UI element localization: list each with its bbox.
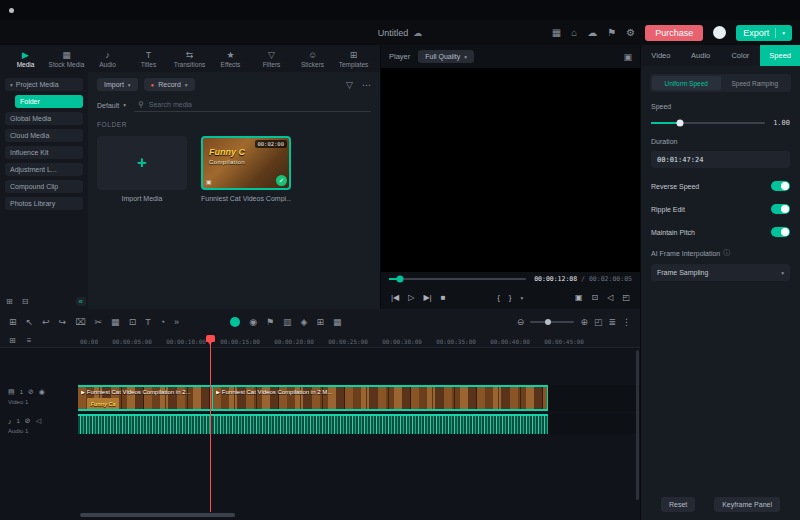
quality-dropdown[interactable]: Full Quality ▾ [418,50,474,63]
playhead-handle[interactable] [206,335,215,342]
track-manager-icon[interactable]: ⊞ [9,317,17,327]
delete-icon[interactable]: ⌧ [75,317,85,327]
zoom-slider[interactable] [530,321,574,323]
new-folder-icon[interactable]: ⊞ [6,297,13,306]
sidebar-item-photos-library[interactable]: Photos Library [5,197,83,210]
tab-speed[interactable]: Speed [760,45,800,66]
sidebar-item-compound-clip[interactable]: Compound Clip [5,180,83,193]
add-track-icon[interactable]: ⊞ [9,336,16,345]
fullscreen-icon[interactable]: ◰ [622,293,630,302]
lock-icon[interactable]: ⊘ [25,417,31,425]
crop-icon[interactable]: ⊡ [592,293,599,302]
import-button[interactable]: Import ▾ [97,78,138,91]
video-preview[interactable] [381,68,640,272]
horizontal-scrollbar[interactable] [80,513,235,517]
device-icon[interactable]: ⌂ [571,27,577,38]
tab-stock-media[interactable]: ▦ Stock Media [46,50,87,68]
notification-icon[interactable]: ⚑ [607,27,616,38]
tab-transitions[interactable]: ⇆ Transitions [169,50,210,68]
mark-out-icon[interactable]: } [509,293,512,302]
avatar[interactable] [713,26,726,39]
audio-clip-1[interactable] [78,414,212,434]
split-screen-icon[interactable]: ▥ [283,317,292,327]
chroma-key-icon[interactable]: ⊞ [317,317,325,327]
tab-effects[interactable]: ★ Effects [210,50,251,68]
speed-ramping-tab[interactable]: Speed Ramping [721,76,790,90]
timeline-ruler[interactable]: ⊞ ≡ 00:00 00:00:05:00 00:00:10:00 00:00:… [0,334,640,348]
preview-mode-icon[interactable]: ▣ [623,52,632,62]
zoom-in-icon[interactable]: ⊕ [580,317,588,327]
settings-icon[interactable]: ⚙ [626,27,635,38]
sidebar-item-adjustment-layer[interactable]: Adjustment L... [5,163,83,176]
record-button[interactable]: ● Record ▾ [144,78,195,91]
ai-interpolation-dropdown[interactable]: Frame Sampling ▾ [651,264,790,281]
import-media-tile[interactable]: + Import Media [97,136,187,202]
tab-filters[interactable]: ▽ Filters [251,50,292,68]
seek-handle[interactable] [396,276,403,283]
filter-icon[interactable]: ▽ [346,80,353,90]
chevron-down-icon[interactable]: ▾ [521,295,524,301]
ripple-edit-toggle[interactable] [771,204,790,214]
cloud-icon[interactable]: ☁ [587,27,597,38]
delete-folder-icon[interactable]: ⊟ [22,297,29,306]
sidebar-item-global-media[interactable]: Global Media [5,112,83,125]
tab-titles[interactable]: T Titles [128,50,169,68]
pointer-tool-icon[interactable]: ↖ [26,317,34,327]
sort-dropdown[interactable]: Default ▾ [97,102,126,109]
redo-icon[interactable]: ↪ [59,317,67,327]
tab-media[interactable]: ▶ Media [5,50,46,68]
sidebar-item-cloud-media[interactable]: Cloud Media [5,129,83,142]
snapshot-icon[interactable]: ▣ [575,293,583,302]
crop-tool-icon[interactable]: ⊡ [129,317,137,327]
clip-thumbnail[interactable]: Funny C Compilation 00:02:00 ▣ ✓ [201,136,291,190]
seek-bar[interactable] [389,278,526,280]
import-media-dropzone[interactable]: + [97,136,187,190]
lock-icon[interactable]: ⊘ [28,388,34,396]
marker-icon[interactable]: ⚑ [266,317,274,327]
tab-color[interactable]: Color [721,45,761,66]
text-tool-icon[interactable]: T [145,317,151,327]
volume-icon[interactable]: ◁ [607,293,613,302]
export-button[interactable]: Export ▾ [736,25,792,41]
mark-in-icon[interactable]: { [497,293,500,302]
tab-stickers[interactable]: ☺ Stickers [292,50,333,68]
cloud-sync-icon[interactable]: ☁ [413,28,422,38]
speed-slider[interactable] [651,122,765,124]
more-vertical-icon[interactable]: ⋮ [622,317,631,327]
stop-icon[interactable]: ■ [441,293,446,302]
tab-video[interactable]: Video [641,45,681,66]
detach-icon[interactable]: ▦ [111,317,120,327]
fit-timeline-icon[interactable]: ◰ [594,317,603,327]
sidebar-item-project-media[interactable]: ▾ Project Media [5,78,83,91]
maintain-pitch-toggle[interactable] [771,227,790,237]
collapse-sidebar-icon[interactable]: « [76,297,86,306]
mic-icon[interactable]: ◉ [249,317,257,327]
eye-icon[interactable]: ◉ [39,388,45,396]
layout-icon[interactable]: ▦ [552,27,561,38]
more-options-icon[interactable]: ⋯ [362,80,371,90]
reset-button[interactable]: Reset [661,497,695,512]
undo-icon[interactable]: ↩ [42,317,50,327]
playhead[interactable] [210,335,211,512]
media-clip-tile[interactable]: Funny C Compilation 00:02:00 ▣ ✓ Funnies… [201,136,291,202]
grid-view-icon[interactable]: ▦ [333,317,342,327]
speed-slider-handle[interactable] [676,120,683,127]
chevron-down-icon[interactable]: ▾ [782,30,785,36]
split-icon[interactable]: ✂ [95,317,103,327]
play-icon[interactable]: ▷ [408,293,414,302]
next-frame-icon[interactable]: ▶| [423,293,431,302]
tab-templates[interactable]: ⊞ Templates [333,50,374,68]
window-control-dot[interactable] [9,8,14,13]
tab-audio[interactable]: ♪ Audio [87,50,128,68]
vertical-scrollbar[interactable] [636,350,639,500]
zoom-out-icon[interactable]: ⊖ [517,317,525,327]
video-clip-1[interactable]: Funny Ca ▶ Funniest Cat Videos Compilati… [78,385,212,411]
tab-audio-props[interactable]: Audio [681,45,721,66]
more-tools-icon[interactable]: » [174,317,179,327]
sidebar-item-folder[interactable]: Folder [15,95,83,108]
info-icon[interactable]: ⓘ [723,248,730,258]
voiceover-record-button[interactable] [230,317,240,327]
duration-input[interactable]: 00:01:47:24 [651,151,790,168]
purchase-button[interactable]: Purchase [645,25,703,41]
uniform-speed-tab[interactable]: Uniform Speed [652,76,721,90]
